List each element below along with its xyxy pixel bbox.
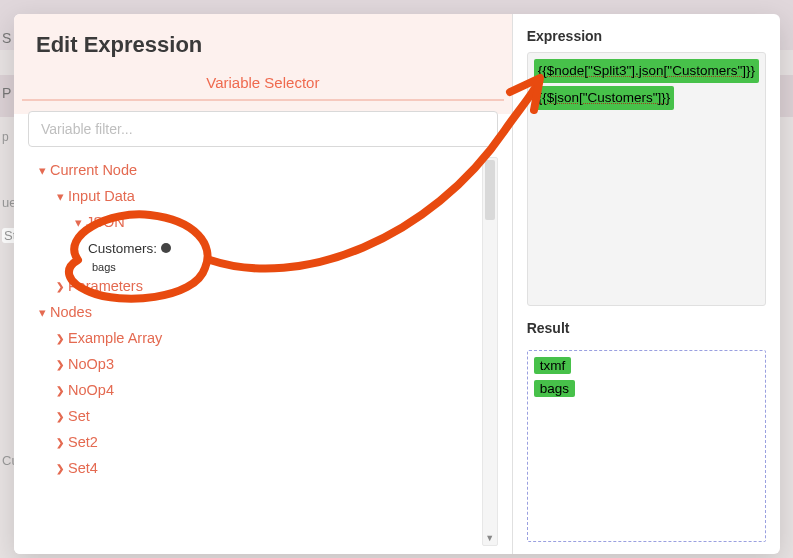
tree-item-node[interactable]: Set	[34, 403, 476, 429]
tree-item-node[interactable]: Set4	[34, 455, 476, 481]
caret-down-icon	[70, 215, 86, 230]
tree-item-json-value: bags	[34, 261, 476, 273]
json-var-bullet-icon	[161, 243, 171, 253]
expression-token[interactable]: {{$json["Customers"]}}	[534, 86, 675, 110]
scroll-down-icon: ▼	[483, 531, 497, 545]
result-section-label: Result	[527, 320, 766, 336]
modal-title: Edit Expression	[14, 14, 512, 62]
variable-tree: Current Node Input Data JSON Customers:	[34, 157, 498, 481]
caret-right-icon	[52, 384, 68, 396]
expression-token[interactable]: {{$node["Split3"].json["Customers"]}}	[534, 59, 759, 83]
tree-item-node[interactable]: NoOp3	[34, 351, 476, 377]
tree-item-node[interactable]: Example Array	[34, 325, 476, 351]
expression-editor[interactable]: {{$node["Split3"].json["Customers"]}} {{…	[527, 52, 766, 306]
expression-section-label: Expression	[527, 28, 766, 44]
caret-right-icon	[52, 436, 68, 448]
tree-item-node[interactable]: Set2	[34, 429, 476, 455]
result-value: bags	[534, 380, 575, 397]
caret-down-icon	[34, 163, 50, 178]
bg-text: S	[2, 30, 11, 46]
caret-right-icon	[52, 332, 68, 344]
variable-filter-input[interactable]	[28, 111, 498, 147]
tree-item-current-node[interactable]: Current Node	[34, 157, 476, 183]
scroll-thumb[interactable]	[485, 160, 495, 220]
caret-right-icon	[52, 462, 68, 474]
tree-item-json[interactable]: JSON	[34, 209, 476, 235]
result-value: txmf	[534, 357, 572, 374]
edit-expression-modal: Edit Expression Variable Selector Curren…	[14, 14, 780, 554]
tree-scrollbar[interactable]: ▲ ▼	[482, 157, 498, 546]
caret-down-icon	[34, 305, 50, 320]
caret-right-icon	[52, 280, 68, 292]
expression-result-pane: Expression {{$node["Split3"].json["Custo…	[513, 14, 780, 554]
tree-item-nodes[interactable]: Nodes	[34, 299, 476, 325]
tree-item-node[interactable]: NoOp4	[34, 377, 476, 403]
caret-down-icon	[52, 189, 68, 204]
caret-right-icon	[52, 410, 68, 422]
variable-selector-tab[interactable]: Variable Selector	[22, 62, 504, 101]
result-output: txmf bags	[527, 350, 766, 542]
bg-text: P	[2, 85, 11, 101]
tree-item-input-data[interactable]: Input Data	[34, 183, 476, 209]
caret-right-icon	[52, 358, 68, 370]
bg-text: p	[2, 130, 9, 144]
variable-selector-pane: Edit Expression Variable Selector Curren…	[14, 14, 513, 554]
tree-item-parameters[interactable]: Parameters	[34, 273, 476, 299]
tree-item-json-customers[interactable]: Customers:	[34, 235, 476, 261]
